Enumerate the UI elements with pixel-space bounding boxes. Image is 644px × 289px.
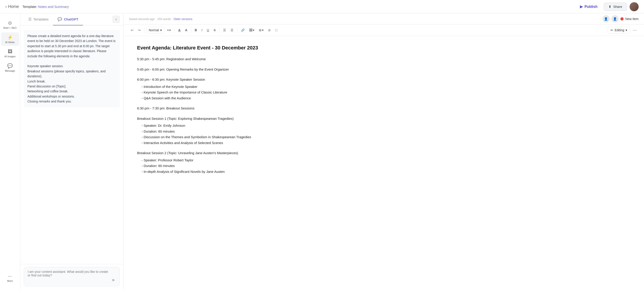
style-label: Normal: [149, 28, 159, 32]
italic-button[interactable]: I: [200, 27, 204, 33]
chat-input-wrapper: ➤: [24, 267, 120, 286]
font-color-button[interactable]: A: [176, 27, 182, 33]
new-item-button[interactable]: New Item: [620, 17, 638, 21]
strikethrough-button[interactable]: S: [212, 27, 218, 33]
section-heading-4: Breakout Session 1 (Topic: Exploring Sha…: [137, 116, 630, 122]
breadcrumb-link[interactable]: Notes and Summary: [38, 5, 69, 8]
more-tools-button[interactable]: ⋯: [631, 26, 638, 34]
home-button[interactable]: ‹ Home: [6, 4, 19, 9]
strikethrough-icon: S: [214, 28, 216, 32]
doc-content[interactable]: Event Agenda: Literature Event - 30 Dece…: [124, 36, 644, 289]
divider-3: [191, 28, 191, 33]
clear-format-icon: ⊘: [268, 28, 271, 32]
collaborator-icon-2: 👤: [613, 17, 617, 21]
link-button[interactable]: 🔗: [239, 27, 246, 33]
editing-mode-selector[interactable]: ✏ Editing ▾: [608, 27, 630, 34]
align-button[interactable]: ≡ ▾: [165, 27, 172, 33]
italic-icon: I: [202, 28, 202, 32]
section-item-2-0: - Introduction of the Keynote Speaker: [137, 84, 630, 90]
share-icon: ⬆: [608, 5, 612, 9]
sidebar-label-ai-writer: AI Writer: [5, 41, 15, 44]
bullet-list-button[interactable]: ☰: [221, 27, 228, 33]
section-item-4-3: - Interactive Activities and Analysis of…: [137, 140, 630, 146]
section-item-2-1: - Keynote Speech on the Importance of Cl…: [137, 90, 630, 95]
avatar[interactable]: [630, 2, 638, 11]
bold-icon: B: [195, 28, 197, 32]
section-heading-5: Breakout Session 2 (Topic: Unraveling Ja…: [137, 150, 630, 156]
table-chevron: ▾: [262, 28, 264, 32]
collaborator-avatar-1: 👤: [602, 15, 610, 22]
redo-button[interactable]: ↪: [136, 27, 142, 33]
share-label: Share: [613, 5, 622, 8]
style-selector[interactable]: Normal ▾: [146, 27, 164, 34]
clear-format-button[interactable]: ⊘: [266, 27, 272, 33]
sidebar-item-more[interactable]: ··· More: [1, 271, 19, 284]
section-heading-3: 6:30 pm - 7:30 pm: Breakout Sessions: [137, 106, 630, 111]
sidebar-item-brief-seo[interactable]: ⊙ Brief + SEO: [1, 18, 19, 32]
collapse-panel-button[interactable]: ‹: [112, 16, 120, 23]
doc-section-3: 6:30 pm - 7:30 pm: Breakout Sessions: [137, 106, 630, 111]
redo-icon: ↪: [138, 28, 141, 32]
top-bar-left: ‹ Home Template: Notes and Summary: [6, 4, 69, 9]
ai-images-icon: 🖼: [8, 49, 12, 54]
publish-icon: ▶: [580, 4, 583, 9]
toolbar-right: 👤 👤 New Item: [602, 15, 638, 22]
divider-4: [219, 28, 220, 33]
icon-sidebar: ⊙ Brief + SEO ⚡ AI Writer 🖼 AI Images 💬 …: [0, 14, 20, 289]
divider-5: [237, 28, 237, 33]
tab-templates[interactable]: ☰ Templates: [24, 14, 53, 26]
chat-content: Please create a detailed event agenda fo…: [20, 26, 123, 264]
top-bar-right: ▶ Publish ⬆ Share: [576, 2, 638, 11]
underline-button[interactable]: U: [205, 27, 211, 33]
new-item-dot: [620, 17, 624, 20]
section-item-4-0: - Speaker: Dr. Emily Johnson: [137, 123, 630, 128]
chat-input[interactable]: [28, 270, 109, 284]
bold-button[interactable]: B: [193, 27, 199, 33]
word-count: 255 words: [157, 17, 171, 21]
new-item-label: New Item: [625, 17, 638, 21]
image-button[interactable]: 🖼 ▾: [248, 27, 256, 33]
sidebar-label-message: Message: [5, 70, 15, 72]
save-status: Saved seconds ago: [129, 17, 154, 21]
highlight-button[interactable]: A: [183, 27, 189, 33]
chat-input-area: ➤: [20, 264, 123, 289]
document-title: Event Agenda: Literature Event - 30 Dece…: [137, 45, 630, 51]
editor-toolbar-row: Saved seconds ago 255 words Older versio…: [124, 14, 644, 24]
breadcrumb: Template: Notes and Summary: [22, 5, 69, 8]
more-icon: ···: [8, 274, 12, 279]
doc-section-5: Breakout Session 2 (Topic: Unraveling Ja…: [137, 150, 630, 174]
image-icon: 🖼: [249, 28, 252, 32]
sidebar-item-message[interactable]: 💬 Message: [1, 61, 19, 74]
comment-icon: □: [275, 28, 277, 32]
section-item-5-1: - Duration: 60 minutes: [137, 163, 630, 169]
section-item-5-2: - In-depth Analysis of Significant Novel…: [137, 169, 630, 174]
doc-section-4: Breakout Session 1 (Topic: Exploring Sha…: [137, 116, 630, 146]
share-button[interactable]: ⬆ Share: [604, 3, 627, 11]
older-versions-link[interactable]: Older versions: [174, 17, 192, 21]
tab-chatgpt-label: ChatGPT: [64, 17, 78, 21]
sidebar-label-brief-seo: Brief + SEO: [3, 26, 16, 29]
chatgpt-icon: 💬: [58, 17, 62, 21]
editing-chevron-icon: ▾: [626, 28, 627, 32]
table-button[interactable]: ⊞ ▾: [257, 27, 265, 33]
undo-button[interactable]: ↩: [129, 27, 135, 33]
publish-button[interactable]: ▶ Publish: [576, 3, 601, 10]
numbered-list-button[interactable]: ☰: [229, 27, 235, 33]
send-button[interactable]: ➤: [111, 277, 116, 284]
editor-area: Saved seconds ago 255 words Older versio…: [124, 14, 644, 289]
section-heading-2: 6:00 pm - 6:30 pm: Keynote Speaker Sessi…: [137, 77, 630, 82]
sidebar-item-ai-writer[interactable]: ⚡ AI Writer: [1, 32, 19, 46]
image-chevron: ▾: [253, 28, 254, 32]
chat-message: Please create a detailed event agenda fo…: [24, 30, 120, 108]
tab-templates-label: Templates: [33, 17, 48, 21]
tab-chatgpt[interactable]: 💬 ChatGPT: [53, 14, 83, 26]
more-tools-icon: ⋯: [633, 28, 637, 32]
doc-section-2: 6:00 pm - 6:30 pm: Keynote Speaker Sessi…: [137, 77, 630, 101]
align-chevron: ▾: [169, 28, 171, 32]
section-heading-1: 5:45 pm - 6:00 pm: Opening Remarks by th…: [137, 66, 630, 72]
sidebar-item-ai-images[interactable]: 🖼 AI Images: [1, 47, 19, 60]
chevron-left-icon: ‹: [6, 4, 7, 9]
section-item-4-1: - Duration: 60 minutes: [137, 128, 630, 134]
comment-button[interactable]: □: [274, 27, 279, 33]
top-bar: ‹ Home Template: Notes and Summary ▶ Pub…: [0, 0, 644, 14]
